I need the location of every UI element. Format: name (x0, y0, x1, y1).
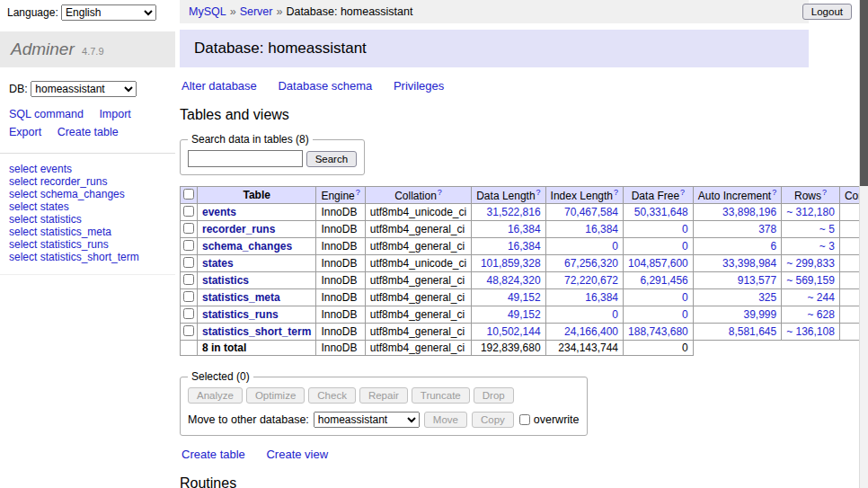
data-length-cell: 101,859,328 (472, 255, 545, 272)
overwrite-checkbox[interactable] (519, 414, 530, 425)
data-free-cell: 188,743,680 (624, 324, 694, 341)
rows-count-link[interactable]: ~ 5 (819, 223, 835, 235)
routines-heading: Routines (180, 475, 809, 488)
analyze-button[interactable]: Analyze (188, 387, 243, 404)
table-name-cell: recorder_runs (198, 221, 316, 238)
check-cell (181, 238, 198, 255)
breadcrumb-server-link[interactable]: Server (240, 5, 273, 18)
column-help-link[interactable]: ? (772, 188, 776, 197)
table-name-cell: statistics_runs (198, 306, 316, 324)
row-checkbox[interactable] (183, 291, 194, 302)
page-title: Database: homeassistant (180, 30, 809, 67)
rows-count-link[interactable]: ~ 312,180 (786, 206, 835, 218)
language-label: Language: (7, 6, 58, 19)
table-name-link[interactable]: recorder_runs (202, 223, 275, 235)
selected-buttons: AnalyzeOptimizeCheckRepairTruncateDrop (188, 387, 580, 404)
db-selector-row: DB: homeassistant (0, 67, 175, 106)
sidebar-select-link[interactable]: select states (9, 200, 166, 213)
search-button[interactable]: Search (306, 151, 357, 167)
sidebar-select-link[interactable]: select statistics_runs (9, 238, 166, 251)
export-link[interactable]: Export (9, 126, 41, 138)
create-table-link[interactable]: Create table (182, 448, 245, 461)
column-help-link[interactable]: ? (438, 188, 442, 197)
row-checkbox[interactable] (183, 223, 194, 234)
table-row: schema_changesInnoDButf8mb4_general_ci16… (181, 238, 868, 255)
repair-button[interactable]: Repair (359, 387, 408, 404)
data-free-cell: 0 (624, 289, 694, 306)
collation-cell: utf8mb4_general_ci (365, 324, 471, 341)
language-select[interactable]: English (61, 4, 156, 21)
select-all-checkbox[interactable] (183, 189, 194, 200)
column-help-link[interactable]: ? (536, 188, 541, 197)
row-checkbox[interactable] (183, 206, 194, 217)
db-select[interactable]: homeassistant (31, 81, 137, 97)
move-db-select[interactable]: homeassistant (314, 412, 420, 428)
table-row: recorder_runsInnoDButf8mb4_general_ci16,… (181, 221, 868, 238)
copy-button[interactable]: Copy (472, 412, 514, 428)
column-help-link[interactable]: ? (822, 188, 827, 197)
table-name-link[interactable]: statistics_meta (202, 291, 280, 304)
row-checkbox[interactable] (183, 274, 194, 285)
rows-cell: ~ 5 (782, 221, 840, 238)
breadcrumb-separator: » (230, 5, 236, 18)
create-view-link[interactable]: Create view (266, 448, 328, 461)
sidebar-select-link[interactable]: select statistics_meta (9, 226, 166, 238)
column-help-link[interactable]: ? (680, 188, 685, 197)
auto-increment-cell: 8,581,645 (693, 324, 781, 341)
logout-button[interactable]: Logout (802, 4, 852, 20)
table-name-link[interactable]: states (202, 257, 234, 270)
import-link[interactable]: Import (99, 108, 130, 120)
rows-count-link[interactable]: ~ 628 (808, 308, 835, 321)
rows-count-link[interactable]: ~ 136,108 (786, 325, 835, 338)
table-name-link[interactable]: events (202, 206, 236, 218)
rows-cell: ~ 628 (782, 306, 840, 324)
rows-count-link[interactable]: ~ 244 (808, 291, 835, 304)
data-length-cell: 49,152 (472, 289, 545, 306)
search-input[interactable] (188, 150, 303, 167)
rows-count-link[interactable]: ~ 299,833 (786, 257, 835, 270)
check-button[interactable]: Check (308, 387, 356, 404)
sidebar-select-link[interactable]: select schema_changes (9, 188, 166, 200)
table-name-link[interactable]: statistics_short_term (202, 325, 311, 338)
row-checkbox[interactable] (183, 240, 194, 251)
row-checkbox[interactable] (183, 257, 194, 268)
optimize-button[interactable]: Optimize (246, 387, 305, 404)
rows-count-link[interactable]: ~ 3 (819, 240, 835, 253)
breadcrumb-mysql-link[interactable]: MySQL (189, 5, 226, 18)
table-row: eventsInnoDButf8mb4_unicode_ci31,522,816… (181, 204, 868, 221)
alter-database-link[interactable]: Alter database (182, 79, 257, 93)
scrollbar-thumb[interactable] (860, 0, 868, 186)
engine-cell: InnoDB (316, 238, 365, 255)
move-button[interactable]: Move (424, 412, 467, 428)
database-action-links: Alter database Database schema Privilege… (182, 79, 807, 93)
table-name-link[interactable]: statistics (202, 274, 249, 287)
database-schema-link[interactable]: Database schema (278, 79, 372, 93)
column-help-link[interactable]: ? (356, 188, 360, 197)
privileges-link[interactable]: Privileges (394, 79, 444, 93)
sidebar-select-link[interactable]: select statistics_short_term (9, 251, 166, 263)
table-row: statesInnoDButf8mb4_unicode_ci101,859,32… (181, 255, 868, 272)
row-checkbox[interactable] (183, 325, 194, 336)
data-length-total-cell: 192,839,680 (472, 341, 545, 356)
drop-button[interactable]: Drop (474, 387, 514, 404)
sql-command-link[interactable]: SQL command (9, 108, 84, 120)
create-table-link-sidebar[interactable]: Create table (58, 126, 119, 138)
breadcrumb: MySQL»Server»Database: homeassistant (180, 0, 809, 23)
sidebar-select-link[interactable]: select statistics (9, 213, 166, 226)
data-length-cell: 48,824,320 (472, 272, 545, 289)
sidebar-select-link[interactable]: select events (9, 163, 166, 175)
adminer-version: 4.7.9 (82, 46, 103, 57)
column-help-link[interactable]: ? (614, 188, 618, 197)
check-cell (181, 324, 198, 341)
rows-count-link[interactable]: ~ 569,159 (786, 274, 835, 287)
collation-cell: utf8mb4_unicode_ci (365, 255, 471, 272)
move-db-label: Move to other database: (188, 413, 309, 426)
table-name-link[interactable]: statistics_runs (202, 308, 279, 321)
row-checkbox[interactable] (183, 308, 194, 319)
vertical-scrollbar[interactable] (859, 0, 868, 488)
sidebar-select-link[interactable]: select recorder_runs (9, 175, 166, 188)
table-name-link[interactable]: schema_changes (202, 240, 292, 253)
truncate-button[interactable]: Truncate (412, 387, 470, 404)
auto-increment-cell: 6 (693, 238, 781, 255)
column-header-data-free: Data Free? (624, 187, 694, 204)
